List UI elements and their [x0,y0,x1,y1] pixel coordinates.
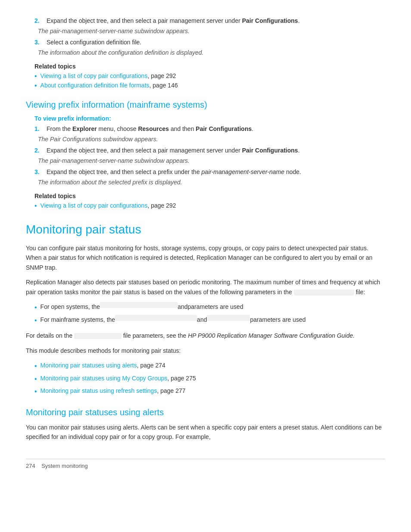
module-suffix-3: , page 277 [157,386,185,395]
section2-para: You can monitor pair statuses using aler… [26,423,385,442]
module-list-item: Monitoring pair statuses using alerts, p… [34,361,385,372]
s1-step3-italic: pair-management-server-name [202,168,284,175]
s1-step-number-1: 1. [34,125,47,132]
major-para1: You can configure pair status monitoring… [26,243,385,272]
module-list: Monitoring pair statuses using alerts, p… [34,361,385,397]
s1-step1-text: From the [47,125,72,132]
related-topics-heading-2: Related topics [34,193,385,199]
step-2-bold: Pair Configurations [242,17,298,24]
s1-step1-bold1: Explorer [72,125,97,132]
major-para2: Replication Manager also detects pair st… [26,277,385,297]
related-link-2[interactable]: About configuration definition file form… [40,82,149,89]
s1-step3-end: node. [284,168,301,175]
related-list-2: Viewing a list of copy pair configuratio… [34,202,385,210]
major-para3: For details on the file parameters, see … [26,331,385,340]
section1-heading: Viewing prefix information (mainframe sy… [26,100,385,110]
step-3-text: Select a configuration definition file. [47,39,141,46]
module-list-item: Monitoring pair statuses using My Copy G… [34,373,385,385]
step-3-desc: The information about the configuration … [38,49,385,56]
s1-step2-desc: The pair-management-server-name subwindo… [38,157,385,164]
module-list-item: Monitoring pair status using refresh set… [34,386,385,397]
module-link-2[interactable]: Monitoring pair statuses using My Copy G… [40,373,168,383]
module-link-3[interactable]: Monitoring pair status using refresh set… [40,386,157,395]
major-section-heading: Monitoring pair status [26,223,385,236]
related-list-item: Viewing a list of copy pair configuratio… [34,202,385,210]
s1-step1-mid2: and then [169,125,196,132]
s1-step1-desc: The Pair Configurations subwindow appear… [38,136,385,143]
section2-heading: Monitoring pair statuses using alerts [26,408,385,417]
s1-step1-bold2: Resources [138,125,169,132]
s1-step2-bold: Pair Configurations [242,147,298,154]
module-suffix-2: , page 275 [168,373,196,383]
footer-text: System monitoring [41,463,88,469]
s1-step-number-2: 2. [34,147,47,154]
s1-step3-text: Expand the object tree, and then select … [47,168,202,175]
s1-step2-text: Expand the object tree, and then select … [47,147,242,154]
step-number-2: 2. [34,17,47,24]
step-2-desc: The pair-management-server-name subwindo… [38,28,385,34]
s1-step1-mid1: menu, choose [97,125,138,132]
section1-subheading: To view prefix information: [34,115,385,122]
step-2-text: Expand the object tree, and then select … [47,17,242,24]
footer-page: 274 [26,463,35,469]
s1-step-number-3: 3. [34,168,47,175]
module-link-1[interactable]: Monitoring pair statuses using alerts [40,361,137,370]
related-list-1: Viewing a list of copy pair configuratio… [34,72,385,90]
step-number-3: 3. [34,39,47,46]
s1-step2-period: . [298,147,300,154]
s1-step1-period: . [252,125,253,132]
step-2-period: . [298,17,300,24]
related-link-s1[interactable]: Viewing a list of copy pair configuratio… [40,202,148,209]
bullet-item: For mainframe systems, the and parameter… [34,315,385,326]
related-list-item: Viewing a list of copy pair configuratio… [34,72,385,80]
s1-step1-bold3: Pair Configurations [196,125,252,132]
s1-step3-desc: The information about the selected prefi… [38,179,385,186]
footer: 274 System monitoring [26,459,385,469]
parameters-list: For open systems, the and parameters are… [34,302,385,326]
related-list-item: About configuration definition file form… [34,82,385,90]
related-topics-heading-1: Related topics [34,63,385,70]
related-suffix-s1: , page 292 [147,202,176,209]
related-link-1[interactable]: Viewing a list of copy pair configuratio… [40,72,148,79]
related-suffix-1: , page 292 [147,72,176,79]
bullet-item: For open systems, the and parameters are… [34,302,385,313]
related-suffix-2: , page 146 [149,82,178,89]
module-suffix-1: , page 274 [137,361,165,370]
major-para4: This module describes methods for monito… [26,346,385,355]
